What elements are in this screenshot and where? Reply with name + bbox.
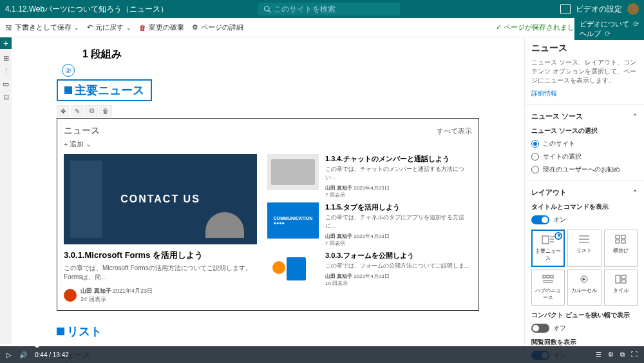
svg-rect-11 [616, 240, 620, 243]
property-panel: ニュース ニュース ソース、レイアウト、コンテンツ オプションを選択して、ページ… [524, 37, 644, 363]
about-video-link[interactable]: ビデオについて [580, 20, 629, 28]
step-badge: ② [62, 64, 75, 77]
layout-top-story[interactable]: 主要ニュース [531, 230, 565, 267]
command-bar: 🖫下書きとして保存⌄ ↶元に戻す⌄ 🗑変更の破棄 ⚙ページの詳細 ✓ページが保存… [0, 18, 644, 37]
news-item[interactable]: 3.0.3.フォームを公開しようこの章では、フォームの公開方法についてご説明しま… [267, 251, 472, 287]
radio-select-sites[interactable]: サイトの選択 [531, 152, 638, 161]
search-box[interactable]: このサイトを検索 [258, 3, 400, 15]
panel-desc: ニュース ソース、レイアウト、コンテンツ オプションを選択して、ページにニュース… [531, 58, 638, 85]
source-heading[interactable]: ニュース ソース [531, 112, 638, 121]
radio-recommended[interactable]: 現在のユーザーへのお勧め [531, 165, 638, 174]
play-button[interactable]: ▷ [6, 351, 12, 358]
news-title: ニュース [64, 125, 100, 137]
svg-rect-9 [616, 235, 620, 239]
heading-main-news[interactable]: 主要ニュース [57, 79, 152, 101]
video-subheader: ビデオについて ⟳ ヘルプ ⟳ [574, 18, 644, 40]
news-thumb [267, 154, 319, 190]
webpart-toolbar: ✥ ✎ ⧉ 🗑 [57, 105, 479, 117]
edit-button[interactable]: ✎ [71, 105, 84, 117]
featured-title: 3.0.1.Microsoft Forms を活用しよう [64, 250, 257, 261]
layout-tiles[interactable]: タイル [604, 270, 638, 306]
see-all-link[interactable]: すべて表示 [437, 126, 472, 136]
page-details-button[interactable]: ⚙ページの詳細 [192, 23, 243, 32]
rail-tool-2[interactable]: ⋮ [2, 67, 10, 75]
svg-rect-15 [551, 275, 553, 278]
news-thumb [267, 251, 319, 287]
svg-rect-21 [621, 280, 626, 283]
layout-hub[interactable]: ハブのニュース [531, 270, 565, 306]
search-placeholder: このサイトを検索 [274, 4, 336, 15]
svg-point-0 [265, 6, 270, 12]
news-thumb: COMMUNICATION●●●● [267, 202, 319, 239]
learn-more-link[interactable]: 詳細情報 [531, 90, 557, 97]
svg-rect-19 [616, 275, 620, 283]
rail-tool-1[interactable]: ⊞ [2, 54, 10, 62]
svg-line-1 [269, 10, 270, 12]
video-controls: ▷ 🔊 0:44 / 13:42 ☰ ⚙ ⧉ ⛶ [0, 346, 644, 363]
saved-indicator: ✓ページが保存されました [496, 23, 582, 32]
featured-news[interactable]: CONTACT US 3.0.1.Microsoft Forms を活用しよう … [64, 154, 257, 304]
svg-rect-20 [621, 275, 626, 279]
search-icon [263, 5, 271, 13]
svg-rect-12 [621, 240, 625, 243]
discard-button[interactable]: 🗑変更の破棄 [139, 23, 184, 32]
author-avatar [64, 289, 77, 302]
add-section-button[interactable]: + [0, 37, 12, 49]
user-avatar[interactable] [627, 3, 639, 15]
toggle-show-title[interactable] [531, 215, 549, 224]
volume-button[interactable]: 🔊 [19, 351, 27, 358]
svg-rect-2 [542, 236, 549, 244]
panel-title: ニュース [531, 43, 638, 54]
delete-button[interactable]: 🗑 [99, 105, 112, 117]
left-rail: + ⊞ ⋮ ▭ ⊡ [0, 37, 12, 363]
rail-tool-3[interactable]: ▭ [2, 80, 10, 88]
featured-desc: この章では、Microsoft Formsの活用方法についてご説明します。For… [64, 264, 257, 282]
undo-button[interactable]: ↶元に戻す⌄ [87, 23, 131, 32]
page-canvas: 1 段組み ② 主要ニュース ✥ ✎ ⧉ 🗑 ニュース すべて表示 + 追加 ⌄… [12, 37, 524, 363]
svg-rect-10 [621, 235, 625, 239]
source-label: ニュース ソースの選択 [531, 126, 638, 135]
move-button[interactable]: ✥ [57, 105, 70, 117]
duplicate-button[interactable]: ⧉ [85, 105, 98, 117]
radio-this-site[interactable]: このサイト [531, 139, 638, 148]
save-draft-button[interactable]: 🖫下書きとして保存⌄ [5, 23, 79, 32]
video-settings-link[interactable]: ビデオの設定 [576, 4, 622, 15]
page-title: 4.1.12.Webパーツについて知ろう（ニュース） [5, 4, 168, 15]
settings-button[interactable]: ⚙ [608, 351, 614, 358]
layout-carousel[interactable]: カルーセル [567, 270, 601, 306]
news-item[interactable]: 1.3.4.チャットのメンバーと通話しようこの章では、チャットのメンバーと通話す… [267, 154, 472, 199]
toggle-compact[interactable] [531, 324, 549, 333]
suite-header: 4.1.12.Webパーツについて知ろう（ニュース） このサイトを検索 ビデオの… [0, 0, 644, 18]
svg-rect-14 [547, 275, 549, 278]
layout-sidebyside[interactable]: 横並び [604, 230, 638, 267]
featured-author: 山田 真知子 2021年4月23日24 回表示 [64, 287, 257, 304]
featured-image: CONTACT US [64, 154, 257, 244]
news-webpart: ニュース すべて表示 + 追加 ⌄ CONTACT US 3.0.1.Micro… [57, 118, 479, 311]
compact-label: コンパクト ビューを狭い幅で表示 [531, 311, 638, 320]
fullscreen-button[interactable]: ⛶ [631, 351, 638, 358]
time-display: 0:44 / 13:42 [35, 351, 69, 358]
news-item[interactable]: COMMUNICATION●●●● 1.1.5.タブを活用しようこの章では、チャ… [267, 202, 472, 247]
rail-tool-4[interactable]: ⊡ [2, 93, 10, 101]
cc-button[interactable]: ☰ [596, 351, 601, 358]
layout-heading[interactable]: レイアウト [531, 188, 638, 197]
layout-list[interactable]: リスト [567, 230, 601, 267]
svg-rect-13 [543, 275, 545, 278]
heading-list: リスト [57, 324, 479, 339]
feedback-icon[interactable] [560, 4, 571, 14]
pip-button[interactable]: ⧉ [620, 351, 625, 358]
progress-bar[interactable] [0, 344, 644, 346]
section-title: 1 段組み [82, 48, 479, 61]
add-news-button[interactable]: + 追加 ⌄ [64, 139, 472, 149]
show-title-label: タイトルとコマンドを表示 [531, 202, 638, 211]
help-link[interactable]: ヘルプ [580, 30, 601, 37]
